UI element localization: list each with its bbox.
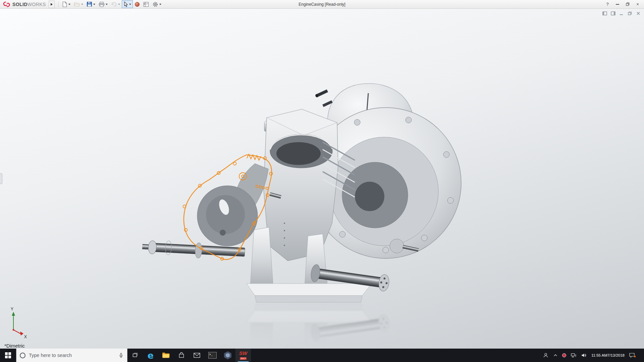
- taskbar-solidworks-button[interactable]: SW 2017: [235, 349, 251, 362]
- restore-button[interactable]: [623, 1, 633, 8]
- command-prompt-icon: >_: [208, 352, 217, 359]
- print-icon: [99, 2, 105, 7]
- hidden-icons-button[interactable]: [553, 353, 558, 358]
- new-document-icon: [62, 1, 67, 7]
- hexagon-app-icon: [224, 351, 231, 359]
- undo-icon: [111, 2, 117, 7]
- print-button[interactable]: [97, 0, 109, 8]
- design-table-button[interactable]: [142, 0, 151, 8]
- new-document-button[interactable]: [60, 0, 72, 8]
- volume-button[interactable]: [581, 353, 587, 358]
- dock-left-icon: [602, 11, 607, 15]
- dropdown-arrow-icon: [106, 4, 108, 5]
- toolbar-separator: [58, 1, 59, 7]
- open-button[interactable]: [72, 0, 85, 8]
- dropdown-arrow-icon: [68, 4, 70, 5]
- solidworks-app-icon: SW 2017: [239, 351, 247, 360]
- base-plate-front: [255, 296, 362, 302]
- windows-taskbar: e >_ SW: [0, 349, 644, 362]
- doc-window-restore-button[interactable]: [627, 11, 633, 16]
- speaker-icon: [581, 353, 587, 358]
- minimize-button[interactable]: [612, 1, 623, 8]
- dropdown-arrow-icon: [159, 4, 161, 5]
- dassault-systemes-logo-icon: [3, 1, 11, 8]
- doc-window-minimize-button[interactable]: [619, 11, 625, 16]
- people-button[interactable]: [543, 352, 549, 358]
- save-icon: [87, 1, 92, 7]
- doc-window-dock-left-button[interactable]: [602, 11, 608, 16]
- toolbar-flyout-expand-button[interactable]: [49, 1, 55, 8]
- dropdown-arrow-icon: [129, 4, 131, 5]
- edge-icon: e: [148, 351, 154, 360]
- feature-tree-collapse-handle[interactable]: [0, 173, 2, 184]
- dropdown-arrow-icon: [118, 4, 120, 5]
- model-reflection: [142, 304, 461, 349]
- system-tray: 11:55 AM 7/13/2018: [541, 349, 644, 362]
- windows-logo-icon: [5, 352, 11, 358]
- taskbar-command-prompt-button[interactable]: >_: [205, 349, 220, 362]
- disc-hole: [220, 230, 226, 236]
- open-folder-icon: [74, 2, 80, 7]
- brand-text-solid: SOLID: [12, 2, 28, 7]
- chevron-up-icon: [553, 353, 558, 358]
- taskbar-search[interactable]: [16, 349, 127, 362]
- clock-time: 11:55 AM: [591, 353, 607, 358]
- cortana-icon: [20, 353, 25, 358]
- flyout-arrow-icon: [51, 3, 53, 6]
- undo-button[interactable]: [109, 0, 122, 8]
- select-tool-button[interactable]: [122, 0, 133, 8]
- save-button[interactable]: [85, 0, 97, 8]
- dropdown-arrow-icon: [93, 4, 95, 5]
- appearances-button[interactable]: [133, 0, 142, 8]
- clock-date: 7/13/2018: [607, 353, 625, 358]
- mail-icon: [194, 353, 200, 358]
- taskbar-edge-button[interactable]: e: [143, 349, 158, 362]
- dock-right-icon: [611, 11, 615, 15]
- mount-foot-left: [250, 227, 273, 287]
- taskbar-store-button[interactable]: [174, 349, 189, 362]
- gear-icon: [152, 1, 158, 7]
- clock[interactable]: 11:55 AM 7/13/2018: [591, 353, 625, 358]
- doc-restore-icon: [628, 11, 632, 15]
- appearance-sphere-icon: [135, 2, 140, 7]
- options-button[interactable]: [151, 0, 163, 8]
- store-icon: [178, 352, 185, 359]
- select-cursor-icon: [123, 1, 128, 7]
- graphics-area[interactable]: Y X: [0, 9, 644, 349]
- notification-badge: [634, 355, 636, 358]
- brand-text: SOLIDWORKS: [12, 1, 46, 7]
- start-button[interactable]: [0, 349, 16, 362]
- microphone-icon[interactable]: [118, 353, 124, 358]
- doc-minimize-icon: [620, 11, 624, 15]
- 3d-model-canvas[interactable]: Y X: [0, 9, 644, 349]
- doc-window-dock-right-button[interactable]: [610, 11, 616, 16]
- action-center-button[interactable]: [629, 353, 635, 358]
- doc-window-close-button[interactable]: [635, 11, 641, 16]
- spring-coil-sketch: [247, 154, 261, 160]
- security-status-button[interactable]: [562, 353, 566, 357]
- network-button[interactable]: [571, 353, 577, 358]
- solidworks-logo: SOLIDWORKS: [1, 1, 49, 8]
- task-view-button[interactable]: [127, 349, 143, 362]
- network-icon: [571, 353, 577, 358]
- security-status-icon: [562, 353, 566, 357]
- triad-x-label: X: [24, 335, 27, 339]
- taskbar-cad-viewer-button[interactable]: [220, 349, 235, 362]
- close-button[interactable]: ×: [633, 1, 643, 8]
- taskbar-file-explorer-button[interactable]: [158, 349, 174, 362]
- reference-triad: Y X: [11, 307, 27, 339]
- doc-close-icon: [636, 11, 640, 15]
- task-view-icon: [132, 352, 139, 359]
- solidworks-window: SOLIDWORKS: [0, 0, 644, 362]
- taskbar-mail-button[interactable]: [189, 349, 205, 362]
- titlebar: SOLIDWORKS: [0, 0, 644, 9]
- document-window-controls: [602, 11, 641, 16]
- engine-casing-model[interactable]: [142, 83, 461, 302]
- housing-bore: [355, 182, 384, 211]
- triad-y-label: Y: [11, 307, 13, 311]
- help-button[interactable]: ?: [602, 1, 612, 8]
- search-input[interactable]: [29, 353, 115, 358]
- minimize-icon: [616, 4, 619, 5]
- dropdown-arrow-icon: [81, 4, 83, 5]
- design-table-icon: [143, 2, 149, 7]
